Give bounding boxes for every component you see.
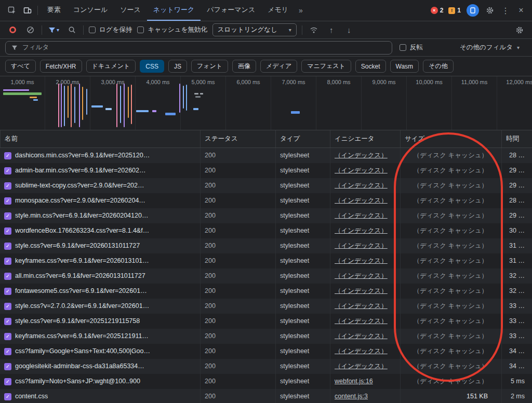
initiator-link[interactable]: webfont.js:16 [335, 378, 373, 385]
export-har-button[interactable]: ↑ [325, 24, 338, 36]
error-badge[interactable]: × 2 [431, 7, 444, 14]
column-header[interactable]: サイズ [400, 130, 501, 147]
request-row[interactable]: googlesitekit-adminbar-css-da31a8a65334…… [0, 359, 532, 374]
throttling-select[interactable]: スロットリングなし ▾ [212, 23, 297, 36]
panel-tab[interactable]: ネットワーク [147, 0, 201, 21]
more-filters-dropdown[interactable]: その他のフィルタ ▾ [460, 43, 527, 52]
request-name-cell[interactable]: style.css?v=2.7.0.2&ver=6.9.1&fver=20260… [0, 299, 200, 314]
request-row[interactable]: sublime-text-copy.css?ver=2.9.0&fver=202… [0, 178, 532, 193]
request-name-cell[interactable]: css?family=Google+Sans+Text:400,500|Goo… [0, 344, 200, 359]
import-har-button[interactable]: ↓ [343, 24, 355, 36]
kebab-menu-icon[interactable]: ⋮ [498, 3, 513, 18]
type-filter-chip[interactable]: マニフェスト [301, 60, 351, 73]
panel-tab[interactable]: ソース [114, 0, 147, 21]
preserve-log-checkbox[interactable]: ログを保持 [89, 25, 132, 34]
type-filter-chip[interactable]: Socket [355, 60, 386, 73]
filter-input[interactable]: フィルタ [5, 41, 392, 55]
device-toolbar-icon[interactable] [20, 3, 35, 18]
initiator-link[interactable]: （インデックス） [335, 317, 388, 325]
type-filter-chip[interactable]: その他 [423, 60, 454, 73]
settings-gear-icon[interactable] [482, 3, 498, 18]
request-name-cell[interactable]: fontawesome5.css?ver=6.9.1&fver=202601… [0, 284, 200, 299]
request-row[interactable]: content.css 200 stylesheet content.js:3 … [0, 389, 532, 403]
request-row[interactable]: monospace.css?ver=2.9.0&fver=20260204… 2… [0, 193, 532, 208]
initiator-link[interactable]: （インデックス） [335, 257, 388, 264]
type-filter-chip[interactable]: CSS [140, 60, 164, 73]
type-filter-chip[interactable]: ドキュメント [86, 60, 136, 73]
initiator-link[interactable]: （インデックス） [335, 227, 388, 234]
network-settings-gear-icon[interactable] [513, 24, 526, 36]
column-header[interactable]: イニシエータ [330, 130, 400, 147]
column-header[interactable]: 名前 [0, 130, 200, 147]
request-row[interactable]: wordfenceBox.1766263234.css?ver=8.1.4&f…… [0, 223, 532, 238]
request-row[interactable]: dashicons.min.css?ver=6.9.1&fver=2025120… [0, 148, 532, 163]
close-devtools-icon[interactable]: × [513, 3, 529, 18]
request-name-cell[interactable]: admin-bar.min.css?ver=6.9.1&fver=202602… [0, 163, 200, 178]
panel-tab[interactable]: 要素 [41, 0, 67, 21]
request-row[interactable]: style.css?ver=6.9.1&fver=20260131011727 … [0, 238, 532, 253]
request-row[interactable]: style.css?ver=6.9.1&fver=20251219115758 … [0, 314, 532, 329]
request-name-cell[interactable]: css?family=Noto+Sans+JP:wght@100..900 [0, 374, 200, 389]
type-filter-chip[interactable]: メディア [260, 60, 297, 73]
request-name-cell[interactable]: content.css [0, 389, 200, 403]
clear-network-log-button[interactable] [24, 24, 36, 36]
network-conditions-button[interactable] [308, 24, 320, 36]
initiator-link[interactable]: （インデックス） [335, 347, 388, 355]
request-row[interactable]: all.min.css?ver=6.9.1&fver=2026013101172… [0, 268, 532, 284]
request-row[interactable]: style.css?v=2.7.0.2&ver=6.9.1&fver=20260… [0, 299, 532, 314]
initiator-link[interactable]: （インデックス） [335, 182, 388, 189]
type-filter-chip[interactable]: 画像 [232, 60, 256, 73]
inspect-element-icon[interactable] [4, 3, 20, 18]
type-filter-chip[interactable]: すべて [5, 60, 36, 73]
request-row[interactable]: css?family=Google+Sans+Text:400,500|Goo…… [0, 344, 532, 359]
panel-tab[interactable]: パフォーマンス [201, 0, 261, 21]
request-name-cell[interactable]: googlesitekit-adminbar-css-da31a8a65334… [0, 359, 200, 374]
request-name-cell[interactable]: all.min.css?ver=6.9.1&fver=2026013101172… [0, 268, 200, 284]
disable-cache-checkbox[interactable]: キャッシュを無効化 [137, 25, 207, 34]
request-name-cell[interactable]: style.min.css?ver=6.9.1&fver=20260204120… [0, 208, 200, 223]
request-row[interactable]: keyframes.css?ver=6.9.1&fver=2026013101…… [0, 253, 532, 268]
network-overview[interactable]: 1,000 ms2,000 ms3,000 ms4,000 ms5,000 ms… [0, 76, 532, 130]
request-name-cell[interactable]: dashicons.min.css?ver=6.9.1&fver=2025120… [0, 148, 200, 163]
request-name-cell[interactable]: sublime-text-copy.css?ver=2.9.0&fver=202… [0, 178, 200, 193]
request-name-cell[interactable]: style.css?ver=6.9.1&fver=20260131011727 [0, 238, 200, 253]
initiator-link[interactable]: content.js:3 [335, 393, 368, 400]
type-filter-chip[interactable]: Wasm [390, 60, 419, 73]
type-filter-chip[interactable]: Fetch/XHR [40, 60, 82, 73]
search-button[interactable] [65, 24, 78, 36]
screencast-icon[interactable] [467, 4, 479, 17]
record-network-log-button[interactable] [6, 24, 19, 36]
type-filter-chip[interactable]: JS [168, 60, 187, 73]
initiator-link[interactable]: （インデックス） [335, 287, 388, 294]
initiator-link[interactable]: （インデックス） [335, 242, 388, 249]
issues-badge[interactable]: ! 1 [448, 7, 461, 14]
column-header[interactable]: ステータス [200, 130, 275, 147]
initiator-link[interactable]: （インデックス） [335, 167, 388, 174]
column-header[interactable]: タイプ [275, 130, 330, 147]
initiator-link[interactable]: （インデックス） [335, 197, 388, 204]
panel-tab[interactable]: メモリ [261, 0, 295, 21]
column-header-label: サイズ [405, 135, 424, 142]
initiator-link[interactable]: （インデックス） [335, 302, 388, 310]
initiator-link[interactable]: （インデックス） [335, 332, 388, 340]
initiator-link[interactable]: （インデックス） [335, 212, 388, 219]
initiator-link[interactable]: （インデックス） [335, 272, 388, 279]
request-name-cell[interactable]: wordfenceBox.1766263234.css?ver=8.1.4&f… [0, 223, 200, 238]
request-row[interactable]: admin-bar.min.css?ver=6.9.1&fver=202602…… [0, 163, 532, 178]
initiator-link[interactable]: （インデックス） [335, 152, 388, 159]
type-filter-chip[interactable]: フォント [191, 60, 228, 73]
initiator-link[interactable]: （インデックス） [335, 362, 388, 370]
column-header[interactable]: 時間 [501, 130, 532, 147]
request-row[interactable]: fontawesome5.css?ver=6.9.1&fver=202601… … [0, 284, 532, 299]
request-name-cell[interactable]: monospace.css?ver=2.9.0&fver=20260204… [0, 193, 200, 208]
request-name-cell[interactable]: keyframes.css?ver=6.9.1&fver=2026013101… [0, 253, 200, 268]
filter-toggle-button[interactable]: ▾ [47, 24, 60, 36]
panel-tab[interactable]: コンソール [67, 0, 114, 21]
request-row[interactable]: keyframes.css?ver=6.9.1&fver=2025121911…… [0, 329, 532, 344]
request-name-cell[interactable]: style.css?ver=6.9.1&fver=20251219115758 [0, 314, 200, 329]
request-row[interactable]: css?family=Noto+Sans+JP:wght@100..900 20… [0, 374, 532, 389]
invert-filter-checkbox[interactable]: 反転 [400, 43, 423, 52]
more-tabs-icon[interactable]: » [295, 0, 307, 21]
request-row[interactable]: style.min.css?ver=6.9.1&fver=20260204120… [0, 208, 532, 223]
request-name-cell[interactable]: keyframes.css?ver=6.9.1&fver=2025121911… [0, 329, 200, 344]
